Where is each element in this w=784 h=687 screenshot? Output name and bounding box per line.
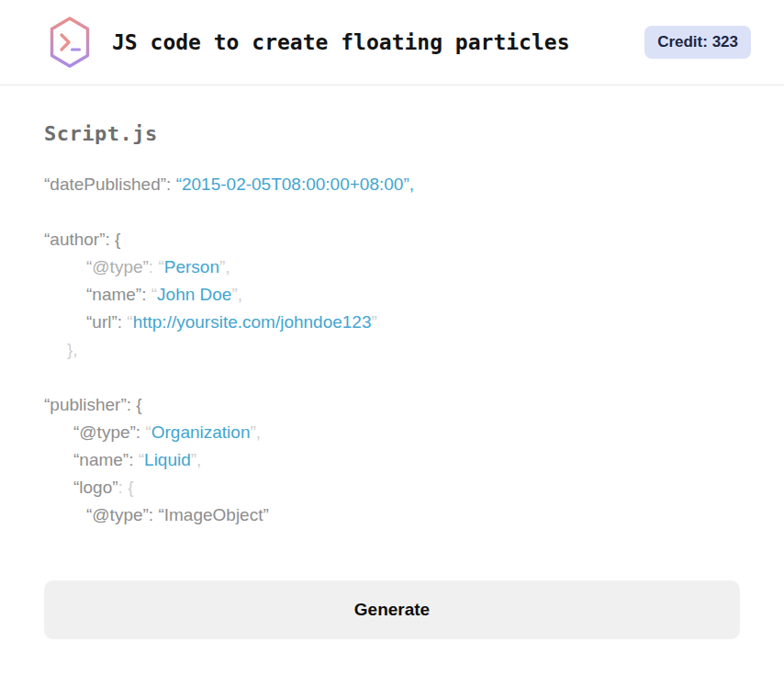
code-token: Organization [151, 422, 251, 442]
code-token: : [118, 312, 128, 332]
code-token: “publisher”: { [44, 395, 142, 414]
code-token: “name” [86, 285, 141, 304]
code-token: ”, [191, 450, 202, 469]
code-line-blank [44, 198, 740, 226]
code-line: “name”: “John Doe”, [44, 281, 740, 309]
code-token: }, [67, 340, 78, 359]
main-content: Script.js “datePublished”: “2015-02-05T0… [0, 122, 784, 639]
code-token: “@type”: “ImageObject” [86, 505, 269, 524]
code-token: : [129, 450, 139, 469]
code-block: “datePublished”: “2015-02-05T08:00:00+08… [44, 171, 740, 529]
code-line: “url”: “http://yoursite.com/johndoe123” [44, 309, 740, 336]
code-token: { [128, 478, 133, 497]
code-line: “publisher”: { [44, 391, 740, 419]
code-token: “datePublished” [44, 175, 166, 194]
code-token: http://yoursite.com/johndoe123 [133, 312, 372, 332]
code-token: : [149, 257, 159, 276]
code-token: “logo” [73, 478, 118, 497]
code-token: : [136, 422, 146, 442]
code-line: “name”: “Liquid”, [44, 446, 740, 474]
code-line: “logo”: { [44, 474, 740, 501]
generate-button[interactable]: Generate [44, 580, 740, 639]
code-token: “2015-02-05T08:00:00+08:00”, [176, 175, 414, 194]
file-title: Script.js [44, 122, 740, 145]
code-token: : [166, 175, 176, 194]
code-token: ” [372, 312, 377, 332]
code-token: ”, [231, 285, 242, 304]
code-line: “author”: { [44, 226, 740, 253]
code-token: John Doe [157, 285, 231, 304]
code-line-blank [44, 364, 740, 391]
credit-badge: Credit: 323 [644, 26, 751, 59]
code-token: “url” [86, 312, 118, 332]
code-token: Liquid [144, 450, 191, 469]
code-token: ”, [219, 257, 230, 276]
terminal-hexagon-icon [48, 16, 92, 69]
code-line: “@type”: “Organization”, [44, 419, 740, 446]
code-line: “datePublished”: “2015-02-05T08:00:00+08… [44, 171, 740, 198]
code-token: ”, [250, 422, 261, 442]
code-token: “author”: { [44, 230, 120, 249]
code-line: }, [44, 336, 740, 364]
code-token: “name” [73, 450, 129, 469]
page-title: JS code to create floating particles [112, 30, 570, 54]
code-token: : [141, 285, 151, 304]
code-line: “@type”: “ImageObject” [44, 501, 740, 529]
header: JS code to create floating particles Cre… [0, 0, 784, 85]
code-line: “@type”: “Person”, [44, 253, 740, 281]
code-token: : [118, 478, 129, 497]
code-token: Person [164, 257, 219, 276]
page: JS code to create floating particles Cre… [0, 0, 784, 687]
code-token: “@type” [86, 257, 149, 276]
code-token: “@type” [73, 422, 136, 442]
